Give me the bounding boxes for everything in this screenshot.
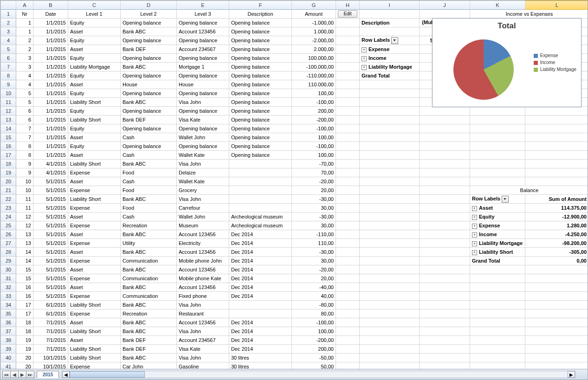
cell[interactable]: Visa John (177, 195, 229, 204)
cell[interactable] (360, 327, 420, 336)
row-header[interactable]: 13 (1, 116, 16, 124)
cell[interactable] (360, 221, 420, 230)
cell[interactable]: 1/1/2015 (33, 19, 68, 27)
cell[interactable] (336, 221, 360, 230)
cell[interactable]: Account 123456 (177, 27, 229, 36)
cell[interactable] (336, 345, 360, 354)
cell[interactable] (470, 160, 525, 168)
cell[interactable] (336, 89, 360, 98)
cell[interactable] (470, 107, 525, 116)
cell[interactable] (229, 177, 292, 186)
cell[interactable] (360, 292, 420, 301)
cell[interactable] (336, 318, 360, 327)
cell[interactable] (360, 265, 420, 274)
cell[interactable]: 9 (16, 160, 33, 168)
row-header[interactable]: 8 (1, 71, 16, 80)
row-header[interactable]: 15 (1, 133, 16, 142)
cell[interactable] (420, 283, 470, 292)
cell[interactable] (420, 213, 470, 221)
cell[interactable]: -100,00 (292, 124, 336, 133)
cell[interactable]: -1.000,00 (292, 19, 336, 27)
cell[interactable]: Bank ABC (121, 230, 177, 239)
cell[interactable]: Level 3 (177, 10, 229, 19)
cell[interactable] (360, 10, 420, 19)
cell[interactable]: Dec 2014 (229, 336, 292, 345)
cell[interactable] (420, 230, 470, 239)
cell[interactable]: 200,00 (292, 107, 336, 116)
cell[interactable] (420, 257, 470, 265)
cell[interactable]: 5/1/2015 (33, 292, 68, 301)
cell[interactable]: Mobile phone Kate (177, 274, 229, 283)
cell[interactable]: Bank ABC (121, 27, 177, 36)
col-header-G[interactable]: G (292, 1, 336, 10)
row-header[interactable]: 39 (1, 345, 16, 354)
cell[interactable]: Bank ABC (121, 301, 177, 309)
cell[interactable]: -20,00 (292, 265, 336, 274)
cell[interactable]: Visa John (177, 301, 229, 309)
cell[interactable]: -100,00 (292, 98, 336, 107)
cell[interactable]: 5 (16, 89, 33, 98)
cell[interactable] (360, 107, 420, 116)
cell[interactable] (336, 54, 360, 63)
cell[interactable] (420, 107, 470, 116)
cell[interactable]: Income vs Expenses (470, 10, 588, 19)
cell[interactable]: Liability Short (68, 195, 121, 204)
cell[interactable]: 2 (16, 45, 33, 54)
cell[interactable] (336, 309, 360, 318)
cell[interactable]: Amount (292, 10, 336, 19)
cell[interactable] (525, 336, 588, 345)
cell[interactable]: Bank DEF (121, 345, 177, 354)
cell[interactable] (336, 274, 360, 283)
cell[interactable]: 110,00 (292, 239, 336, 248)
cell[interactable] (336, 283, 360, 292)
cell[interactable]: Opening balance (229, 27, 292, 36)
cell[interactable]: 1/1/2015 (33, 107, 68, 116)
cell[interactable] (525, 354, 588, 362)
row-header[interactable]: 24 (1, 213, 16, 221)
cell[interactable]: 8 (16, 142, 33, 151)
cell[interactable] (336, 27, 360, 36)
row-header[interactable]: 35 (1, 309, 16, 318)
cell[interactable]: Opening balance (177, 142, 229, 151)
cell[interactable] (470, 265, 525, 274)
cell[interactable] (420, 265, 470, 274)
cell[interactable]: 5/1/2015 (33, 230, 68, 239)
cell[interactable]: Liability Short (68, 160, 121, 168)
cell[interactable]: 3 (16, 54, 33, 63)
row-header[interactable]: 7 (1, 63, 16, 71)
cell[interactable]: 4 (16, 71, 33, 80)
cell[interactable] (420, 309, 470, 318)
cell[interactable]: 1/1/2015 (33, 27, 68, 36)
cell[interactable]: 5/1/2015 (33, 248, 68, 257)
cell[interactable]: Equity (68, 71, 121, 80)
cell[interactable]: Expense (68, 204, 121, 213)
cell[interactable]: 18 (16, 327, 33, 336)
cell[interactable]: Liability Short (68, 327, 121, 336)
cell[interactable] (360, 27, 420, 36)
cell[interactable]: Opening balance (229, 89, 292, 98)
cell[interactable]: +Liability Mortgage (470, 239, 525, 248)
col-header-F[interactable]: F (229, 1, 292, 10)
cell[interactable]: Wallet Kate (177, 151, 229, 160)
cell[interactable] (420, 336, 470, 345)
cell[interactable]: 30,00 (292, 204, 336, 213)
cell[interactable] (336, 239, 360, 248)
cell[interactable] (229, 186, 292, 195)
cell[interactable]: Asset (68, 248, 121, 257)
horizontal-scrollbar[interactable]: ◀ ▶ (62, 371, 575, 378)
cell[interactable] (525, 116, 588, 124)
cell[interactable] (470, 124, 525, 133)
cell[interactable]: 30 litres (229, 362, 292, 369)
cell[interactable] (420, 124, 470, 133)
cell[interactable] (525, 292, 588, 301)
cell[interactable] (420, 195, 470, 204)
cell[interactable]: House (177, 80, 229, 89)
cell[interactable] (229, 168, 292, 177)
cell[interactable]: 50,00 (292, 362, 336, 369)
cell[interactable] (420, 168, 470, 177)
cell[interactable] (470, 274, 525, 283)
cell[interactable]: Bank ABC (121, 318, 177, 327)
cell[interactable]: Liability Mortgage (68, 63, 121, 71)
nav-last-icon[interactable]: ⏭ (26, 371, 34, 378)
cell[interactable]: 11 (16, 204, 33, 213)
